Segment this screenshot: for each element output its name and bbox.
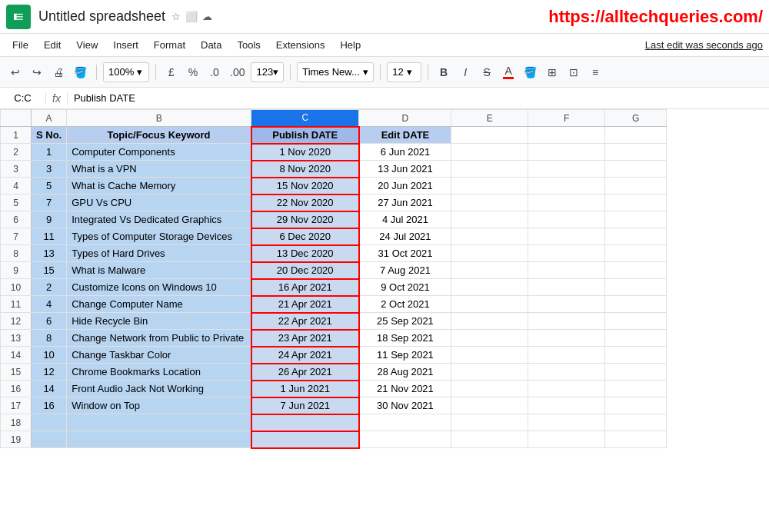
cell-f-2[interactable] (528, 144, 605, 161)
undo-button[interactable]: ↩ (6, 63, 25, 81)
cell-e-11[interactable] (451, 296, 528, 313)
cell-a-10[interactable]: 2 (32, 279, 67, 296)
cell-c-9[interactable]: 20 Dec 2020 (251, 262, 359, 279)
menu-view[interactable]: View (70, 38, 104, 52)
cell-a-12[interactable]: 6 (32, 313, 67, 330)
cell-g-8[interactable] (605, 245, 667, 262)
cell-a-16[interactable]: 14 (32, 381, 67, 397)
cell-e-8[interactable] (451, 245, 528, 262)
cell-f-13[interactable] (528, 330, 605, 347)
cell-b-8[interactable]: Types of Hard Drives (67, 245, 251, 262)
cell-f-4[interactable] (528, 178, 605, 195)
cell-d-9[interactable]: 7 Aug 2021 (359, 262, 451, 279)
cell-f-12[interactable] (528, 313, 605, 330)
col-header-g[interactable]: G (605, 110, 667, 127)
cell-e-19[interactable] (451, 431, 528, 448)
size-select[interactable]: 12 ▾ (387, 62, 421, 82)
cell-f-7[interactable] (528, 228, 605, 245)
cell-f-9[interactable] (528, 262, 605, 279)
cell-c-4[interactable]: 15 Nov 2020 (251, 178, 359, 195)
cell-b-14[interactable]: Change Taskbar Color (67, 347, 251, 364)
borders-button[interactable]: ⊞ (543, 63, 561, 81)
paint-format-button[interactable]: 🪣 (71, 63, 90, 81)
col-header-d[interactable]: D (359, 110, 451, 127)
rownum-6[interactable]: 6 (1, 211, 32, 228)
cell-g-10[interactable] (605, 279, 667, 296)
cell-c-6[interactable]: 29 Nov 2020 (251, 211, 359, 228)
cell-g-17[interactable] (605, 397, 667, 414)
cell-f-8[interactable] (528, 245, 605, 262)
menu-data[interactable]: Data (195, 38, 228, 52)
cell-a-8[interactable]: 13 (32, 245, 67, 262)
cell-d1[interactable]: Edit DATE (359, 127, 451, 144)
cell-b-16[interactable]: Front Audio Jack Not Working (67, 381, 251, 397)
col-header-f[interactable]: F (528, 110, 605, 127)
cell-d-3[interactable]: 13 Jun 2021 (359, 161, 451, 178)
format-select[interactable]: 123▾ (251, 62, 284, 82)
cell-e-15[interactable] (451, 364, 528, 381)
cell-c-10[interactable]: 16 Apr 2021 (251, 279, 359, 296)
cell-d-18[interactable] (359, 414, 451, 431)
cell-b-19[interactable] (67, 431, 251, 448)
menu-edit[interactable]: Edit (38, 38, 67, 52)
cell-f-17[interactable] (528, 397, 605, 414)
strikethrough-button[interactable]: S (478, 63, 496, 81)
cell-d-19[interactable] (359, 431, 451, 448)
cell-a-17[interactable]: 16 (32, 397, 67, 414)
cell-g-13[interactable] (605, 330, 667, 347)
bold-button[interactable]: B (434, 63, 453, 81)
cell-a-4[interactable]: 5 (32, 178, 67, 195)
col-header-a[interactable]: A (32, 110, 67, 127)
cell-c-7[interactable]: 6 Dec 2020 (251, 228, 359, 245)
cell-d-10[interactable]: 9 Oct 2021 (359, 279, 451, 296)
cell-a-11[interactable]: 4 (32, 296, 67, 313)
cell-a-15[interactable]: 12 (32, 364, 67, 381)
rownum-14[interactable]: 14 (1, 347, 32, 364)
cell-g-2[interactable] (605, 144, 667, 161)
rownum-18[interactable]: 18 (1, 414, 32, 431)
cell-c-19[interactable] (251, 431, 359, 448)
formula-content[interactable]: Publish DATE (68, 92, 769, 104)
cell-d-13[interactable]: 18 Sep 2021 (359, 330, 451, 347)
fill-color-button[interactable]: 🪣 (521, 63, 540, 81)
rownum-17[interactable]: 17 (1, 397, 32, 414)
cell-e-4[interactable] (451, 178, 528, 195)
rownum-19[interactable]: 19 (1, 431, 32, 448)
cell-c-17[interactable]: 7 Jun 2021 (251, 397, 359, 414)
cell-d-8[interactable]: 31 Oct 2021 (359, 245, 451, 262)
cell-c-8[interactable]: 13 Dec 2020 (251, 245, 359, 262)
cell-c-3[interactable]: 8 Nov 2020 (251, 161, 359, 178)
decimal-increase-button[interactable]: .00 (227, 63, 248, 81)
cell-a-13[interactable]: 8 (32, 330, 67, 347)
cell-d-11[interactable]: 2 Oct 2021 (359, 296, 451, 313)
cell-a-14[interactable]: 10 (32, 347, 67, 364)
rownum-7[interactable]: 7 (1, 228, 32, 245)
rownum-3[interactable]: 3 (1, 161, 32, 178)
cell-d-12[interactable]: 25 Sep 2021 (359, 313, 451, 330)
cell-b-5[interactable]: GPU Vs CPU (67, 195, 251, 211)
rownum-10[interactable]: 10 (1, 279, 32, 296)
cell-e-17[interactable] (451, 397, 528, 414)
cell-a-9[interactable]: 15 (32, 262, 67, 279)
cell-b-2[interactable]: Computer Components (67, 144, 251, 161)
rownum-8[interactable]: 8 (1, 245, 32, 262)
merge-button[interactable]: ⊡ (564, 63, 583, 81)
cell-b-10[interactable]: Customize Icons on Windows 10 (67, 279, 251, 296)
cell-e-3[interactable] (451, 161, 528, 178)
cell-d-16[interactable]: 21 Nov 2021 (359, 381, 451, 397)
menu-format[interactable]: Format (148, 38, 191, 52)
cell-c-2[interactable]: 1 Nov 2020 (251, 144, 359, 161)
decimal-decrease-button[interactable]: .0 (205, 63, 224, 81)
cell-a-19[interactable] (32, 431, 67, 448)
cell-d-6[interactable]: 4 Jul 2021 (359, 211, 451, 228)
cell-e-9[interactable] (451, 262, 528, 279)
cell-e-6[interactable] (451, 211, 528, 228)
cell-g-12[interactable] (605, 313, 667, 330)
cell-e-14[interactable] (451, 347, 528, 364)
cell-b-13[interactable]: Change Network from Public to Private (67, 330, 251, 347)
cell-g-6[interactable] (605, 211, 667, 228)
cell-g-11[interactable] (605, 296, 667, 313)
cell-e-10[interactable] (451, 279, 528, 296)
cell-g-18[interactable] (605, 414, 667, 431)
cell-reference[interactable]: C:C (0, 92, 46, 104)
